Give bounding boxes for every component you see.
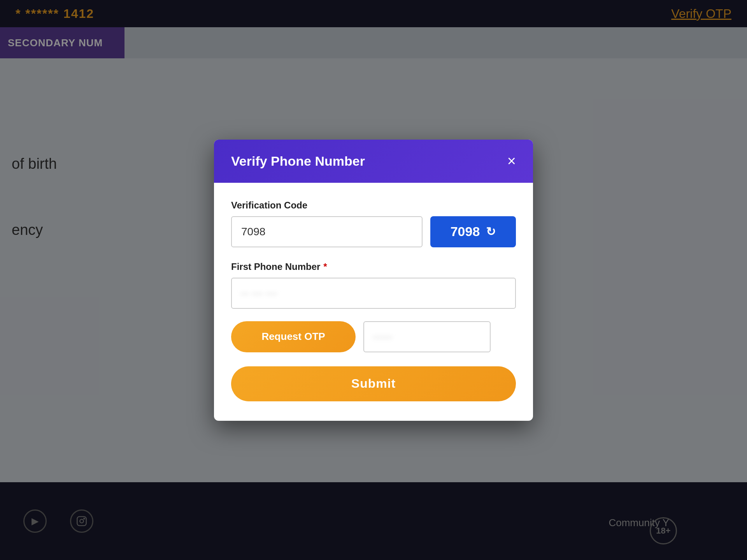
verification-row: 7098 ↻ <box>231 216 516 247</box>
verify-phone-modal: Verify Phone Number × Verification Code … <box>214 140 533 421</box>
refresh-icon: ↻ <box>486 225 496 238</box>
otp-row: Request OTP ······· <box>231 321 516 352</box>
submit-button[interactable]: Submit <box>231 366 516 401</box>
badge-code-text: 7098 <box>451 224 480 239</box>
first-phone-input[interactable] <box>231 278 516 309</box>
verification-code-input[interactable] <box>231 216 423 247</box>
modal-overlay: Verify Phone Number × Verification Code … <box>0 0 747 560</box>
modal-title: Verify Phone Number <box>231 154 365 169</box>
first-phone-label: First Phone Number * <box>231 261 516 272</box>
first-phone-input-wrapper: ··· ···· ···· <box>231 278 516 309</box>
modal-body: Verification Code 7098 ↻ First Phone Num… <box>214 183 533 421</box>
verification-code-badge: 7098 ↻ <box>430 216 516 247</box>
verification-code-label: Verification Code <box>231 200 516 211</box>
modal-header: Verify Phone Number × <box>214 140 533 183</box>
close-button[interactable]: × <box>507 154 516 168</box>
verification-code-section: Verification Code 7098 ↻ <box>231 200 516 247</box>
otp-input[interactable] <box>363 321 491 352</box>
required-indicator: * <box>323 261 327 272</box>
otp-input-wrapper: ······· <box>363 321 516 352</box>
first-phone-section: First Phone Number * ··· ···· ···· <box>231 261 516 309</box>
request-otp-button[interactable]: Request OTP <box>231 321 356 352</box>
